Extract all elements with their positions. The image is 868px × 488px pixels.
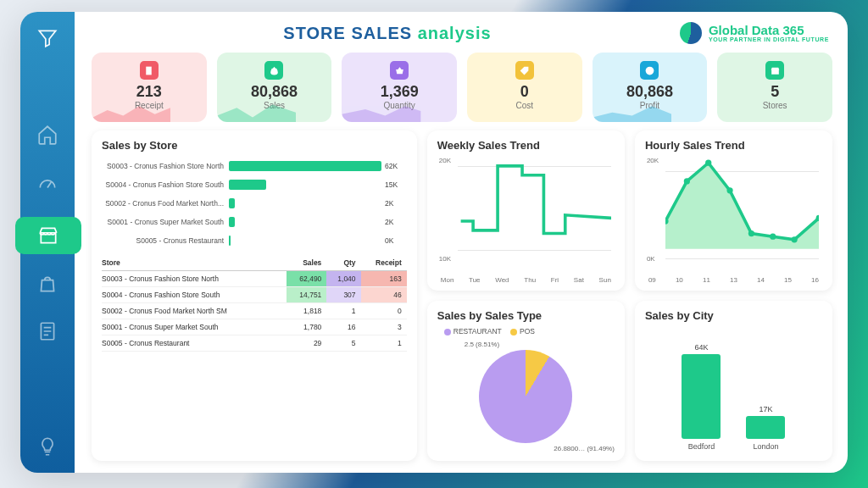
brand-tagline: YOUR PARTNER IN DIGITAL FUTURE [709, 36, 829, 42]
city-col: 17K London [746, 405, 785, 451]
title-secondary: analysis [418, 24, 492, 42]
pie-legend: RESTAURANT POS [437, 327, 615, 336]
table-header[interactable]: Receipt [361, 255, 407, 271]
kpi-label: Cost [474, 101, 576, 110]
weekly-chart: 20K10K [437, 157, 615, 276]
svg-rect-1 [147, 66, 153, 75]
kpi-cost[interactable]: 0 Cost [467, 53, 582, 122]
svg-point-2 [646, 66, 654, 75]
store-table: Store Sales Qty Receipt S0003 - Cronus F… [102, 255, 407, 352]
panel-sales-by-store: Sales by Store S0003 - Cronus Fashion St… [92, 130, 417, 461]
svg-point-7 [748, 230, 754, 236]
panel-hourly-trend: Hourly Sales Trend 20K0K 09101113141516 [635, 130, 832, 291]
page-title: STORE SALES analysis [283, 24, 491, 43]
svg-point-8 [770, 234, 776, 240]
table-row[interactable]: S0003 - Cronus Fashion Store North62,490… [102, 271, 407, 287]
hbar-row: S0002 - Cronus Food Market North...2K [102, 194, 407, 213]
kpi-sales[interactable]: 80,868 Sales [217, 53, 332, 122]
brand-block: Global Data 365 YOUR PARTNER IN DIGITAL … [680, 22, 829, 44]
main-area: STORE SALES analysis Global Data 365 YOU… [75, 12, 848, 473]
gauge-icon[interactable] [36, 171, 58, 193]
pie-shape [479, 350, 572, 443]
panel-title: Weekly Sales Trend [437, 139, 615, 152]
kpi-stores[interactable]: 5 Stores [717, 53, 832, 122]
table-row[interactable]: S0001 - Cronus Super Market South1,78016… [102, 319, 407, 336]
kpi-receipt[interactable]: 213 Receipt [92, 53, 207, 122]
brand-name: Global Data 365 [709, 24, 829, 36]
panel-title: Hourly Sales Trend [645, 139, 822, 152]
panel-sales-by-city: Sales by City 64K Bedford 17K London [635, 301, 832, 461]
kpi-quantity[interactable]: 1,369 Quantity [342, 53, 457, 122]
svg-point-9 [791, 236, 797, 242]
home-icon[interactable] [36, 124, 58, 146]
panel-title: Sales by Sales Type [437, 309, 615, 322]
tag-icon [515, 61, 534, 80]
hourly-chart: 20K0K [645, 157, 822, 276]
panel-sales-type: Sales by Sales Type RESTAURANT POS 2.5 (… [427, 301, 625, 461]
profit-icon [640, 61, 659, 80]
title-bar: STORE SALES analysis Global Data 365 YOU… [92, 22, 832, 44]
dashboard-card: STORE SALES analysis Global Data 365 YOU… [20, 12, 848, 473]
table-header[interactable]: Sales [287, 255, 326, 271]
receipt-icon [140, 61, 159, 80]
kpi-label: Stores [724, 101, 826, 110]
city-bar-chart: 64K Bedford 17K London [645, 327, 822, 454]
sidebar [20, 12, 75, 473]
lightbulb-icon[interactable] [36, 435, 58, 458]
filter-icon[interactable] [36, 27, 58, 49]
table-header[interactable]: Qty [326, 255, 360, 271]
pie-label-big: 26.8800… (91.49%) [554, 445, 615, 452]
money-bag-icon [264, 61, 283, 80]
kpi-value: 5 [724, 83, 826, 101]
bag-icon[interactable] [36, 273, 58, 295]
pie-label-small: 2.5 (8.51%) [465, 341, 499, 348]
hbar-row: S0001 - Cronus Super Market South2K [102, 213, 407, 231]
basket-icon [390, 61, 409, 80]
title-primary: STORE SALES [283, 24, 412, 42]
table-row[interactable]: S0005 - Cronus Restaurant2951 [102, 336, 407, 352]
pie-chart: 2.5 (8.51%) 26.8800… (91.49%) [437, 339, 615, 454]
hbar-row: S0003 - Cronus Fashion Store North62K [102, 157, 407, 175]
panel-title: Sales by Store [102, 139, 407, 152]
panel-title: Sales by City [645, 309, 822, 322]
panel-weekly-trend: Weekly Sales Trend 20K10K MonTueWedThuFr… [427, 130, 625, 291]
panel-grid: Sales by Store S0003 - Cronus Fashion St… [92, 130, 832, 461]
brand-logo-icon [680, 22, 702, 44]
svg-point-4 [684, 178, 690, 184]
city-col: 64K Bedford [682, 343, 721, 451]
kpi-row: 213 Receipt 80,868 Sales 1,369 Quantity … [92, 53, 832, 122]
table-row[interactable]: S0004 - Cronus Fashion Store South14,751… [102, 287, 407, 303]
table-header[interactable]: Store [102, 255, 287, 271]
report-icon[interactable] [36, 320, 58, 342]
svg-point-5 [705, 160, 711, 166]
kpi-profit[interactable]: 80,868 Profit [593, 53, 708, 122]
hbar-row: S0005 - Cronus Restaurant0K [102, 231, 407, 250]
sidebar-active-store-icon[interactable] [15, 217, 81, 254]
hbar-row: S0004 - Cronus Fashion Store South15K [102, 175, 407, 194]
kpi-value: 0 [474, 83, 576, 101]
store-icon [765, 61, 784, 80]
table-row[interactable]: S0002 - Cronus Food Market North SM1,818… [102, 303, 407, 319]
svg-point-6 [726, 187, 732, 193]
hbar-chart: S0003 - Cronus Fashion Store North62K S0… [102, 157, 407, 250]
